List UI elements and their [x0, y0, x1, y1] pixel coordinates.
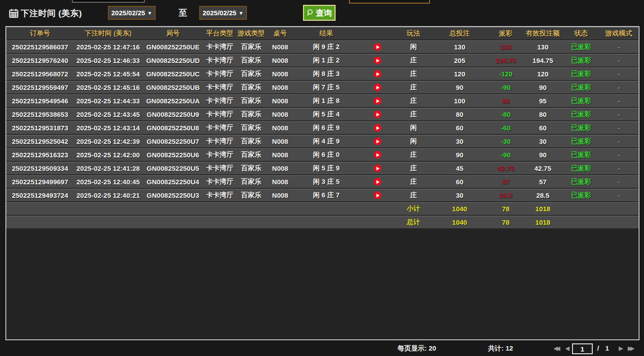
replay-play-icon[interactable]: [374, 165, 381, 172]
column-header-round_id: 局号: [143, 27, 203, 40]
cell-bet_on: 闲: [397, 135, 430, 147]
cell-result: 闲 1 庄 2: [294, 54, 358, 67]
cell-replay: [358, 40, 397, 53]
cell-status: 已派彩: [563, 162, 599, 174]
cell-game_type: 百家乐: [236, 162, 266, 174]
cell-total_bet: 120: [430, 67, 489, 80]
table-body: 2502251295860372025-02-25 12:47:16GN0082…: [6, 40, 639, 228]
cell-result: 闲 4 庄 9: [294, 135, 358, 147]
cell-replay: [358, 108, 397, 120]
date-range-to-label: 至: [179, 7, 187, 19]
cell-replay: [358, 162, 397, 174]
cell-mode: -: [599, 94, 639, 107]
cell-bet_time: 2025-02-25 12:40:45: [74, 175, 143, 188]
cell-result: 闲 3 庄 5: [294, 175, 358, 188]
replay-play-icon[interactable]: [374, 138, 381, 145]
cell-valid_bet: 130: [523, 40, 563, 53]
cell-game_type: 百家乐: [236, 148, 266, 161]
total-pages-label: 1: [605, 344, 609, 352]
cell-mode: -: [599, 121, 639, 134]
cell-valid_bet: 42.75: [523, 162, 563, 174]
next-page-icon[interactable]: ▶: [619, 345, 623, 352]
cell-total_bet: 130: [430, 40, 489, 53]
column-header-payout: 派彩: [489, 27, 523, 40]
cell-valid_bet: 60: [523, 121, 563, 134]
cell-total_bet: 80: [430, 108, 489, 120]
replay-play-icon[interactable]: [374, 84, 381, 91]
replay-play-icon[interactable]: [374, 111, 381, 118]
cell-game_type: 百家乐: [236, 121, 266, 134]
page-separator: /: [597, 344, 599, 352]
play-triangle: [376, 126, 380, 130]
cell-table_no: N008: [266, 81, 294, 93]
cell-bet_on: 闲: [397, 40, 430, 53]
replay-play-icon[interactable]: [374, 191, 381, 199]
replay-play-icon[interactable]: [374, 97, 381, 105]
cell-mode: -: [599, 175, 639, 188]
table-row: 2502251295680722025-02-25 12:45:54GN0082…: [6, 67, 639, 80]
cell-total_bet: 60: [430, 175, 489, 188]
cell-valid_bet: 57: [523, 175, 563, 188]
cell-platform: 卡卡湾厅: [203, 162, 236, 174]
last-page-icon[interactable]: ▶▶: [628, 345, 632, 352]
cell-payout: 95: [489, 94, 523, 107]
cutoff-input-box-orange: [349, 0, 430, 4]
cell-mode: -: [599, 108, 639, 120]
table-row: 2502251295250422025-02-25 12:42:39GN0082…: [6, 135, 639, 147]
query-button[interactable]: 查询: [303, 5, 335, 21]
replay-play-icon[interactable]: [374, 70, 381, 78]
cell-round_id: GN008252250U4: [143, 175, 203, 188]
date-from-select[interactable]: 2025/02/25 ▼: [108, 6, 156, 20]
table-row: 2502251295093342025-02-25 12:41:28GN0082…: [6, 162, 639, 174]
cell-result: 闲 9 庄 2: [294, 40, 358, 53]
replay-play-icon[interactable]: [374, 151, 381, 159]
table-row: 2502251295594972025-02-25 12:45:16GN0082…: [6, 81, 639, 93]
table-row: 2502251295163232025-02-25 12:42:00GN0082…: [6, 148, 639, 161]
cell-mode: -: [599, 67, 639, 80]
play-triangle: [376, 45, 380, 49]
cell-platform: 卡卡湾厅: [203, 81, 236, 93]
cell-table_no: N008: [266, 54, 294, 67]
cell-table_no: N008: [266, 189, 294, 201]
column-header-platform: 平台类型: [203, 27, 236, 40]
cell-mode: -: [599, 189, 639, 201]
replay-play-icon[interactable]: [374, 178, 381, 186]
cell-payout: 130: [489, 40, 523, 53]
total-row-payout: 78: [489, 216, 523, 228]
cell-round_id: GN008252250U9: [143, 108, 203, 120]
filter-bar: 下注时间 (美东) 2025/02/25 ▼ 至 2025/02/25 ▼ 查询: [0, 0, 644, 26]
cell-round_id: GN008252250U5: [143, 162, 203, 174]
subtotal-row-label: 小计: [397, 202, 430, 215]
cell-game_type: 百家乐: [236, 175, 266, 188]
cell-bet_time: 2025-02-25 12:44:33: [74, 94, 143, 107]
cell-round_id: GN008252250UB: [143, 81, 203, 93]
first-page-icon[interactable]: ◀◀: [554, 345, 558, 352]
cell-round_id: GN008252250U3: [143, 189, 203, 201]
column-header-total_bet: 总投注: [430, 27, 489, 40]
play-triangle: [376, 113, 380, 116]
cell-replay: [358, 54, 397, 67]
totals-spacer-end: [563, 202, 639, 215]
cell-platform: 卡卡湾厅: [203, 54, 236, 67]
date-to-select[interactable]: 2025/02/25 ▼: [199, 6, 247, 20]
query-button-label: 查询: [316, 8, 332, 18]
cell-status: 已派彩: [563, 189, 599, 201]
cell-bet_on: 庄: [397, 175, 430, 188]
cell-platform: 卡卡湾厅: [203, 40, 236, 53]
play-triangle: [376, 180, 380, 184]
previous-page-icon[interactable]: ◀: [565, 345, 569, 352]
column-header-replay: [358, 27, 397, 40]
replay-play-icon[interactable]: [374, 57, 381, 64]
subtotal-row-valid-bet: 1018: [523, 202, 563, 215]
cell-payout: -120: [489, 67, 523, 80]
cell-bet_time: 2025-02-25 12:40:21: [74, 189, 143, 201]
page-number-input[interactable]: [572, 343, 593, 354]
cell-order_id: 250225129568072: [6, 67, 74, 80]
cell-bet_on: 庄: [397, 162, 430, 174]
cell-result: 闲 1 庄 8: [294, 94, 358, 107]
cell-bet_time: 2025-02-25 12:42:00: [74, 148, 143, 161]
replay-play-icon[interactable]: [374, 43, 381, 51]
column-header-order_id: 订单号: [6, 27, 74, 40]
cell-valid_bet: 28.5: [523, 189, 563, 201]
replay-play-icon[interactable]: [374, 124, 381, 132]
